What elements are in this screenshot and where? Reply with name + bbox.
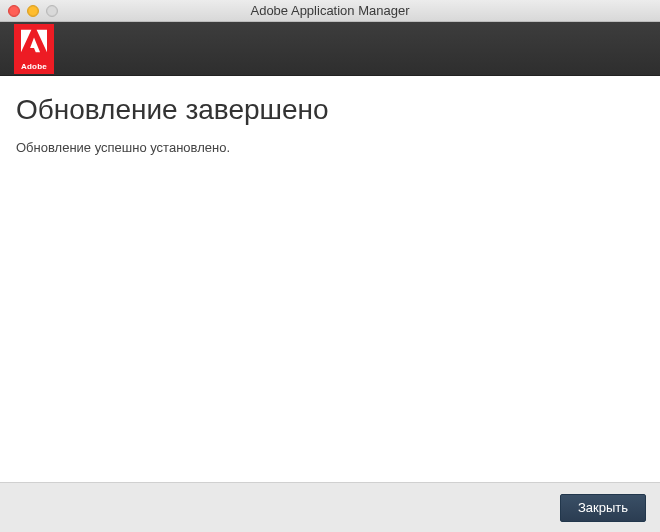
adobe-logo: Adobe <box>14 24 54 74</box>
footer-bar: Закрыть <box>0 482 660 532</box>
status-message: Обновление успешно установлено. <box>16 140 644 155</box>
window-title: Adobe Application Manager <box>0 3 660 18</box>
content-area: Обновление завершено Обновление успешно … <box>0 76 660 155</box>
close-button[interactable]: Закрыть <box>560 494 646 522</box>
zoom-window-icon <box>46 5 58 17</box>
minimize-window-icon[interactable] <box>27 5 39 17</box>
adobe-logo-text: Adobe <box>21 62 47 71</box>
window-controls <box>8 5 58 17</box>
page-title: Обновление завершено <box>16 94 644 126</box>
header-bar: Adobe <box>0 22 660 76</box>
close-window-icon[interactable] <box>8 5 20 17</box>
adobe-a-icon <box>21 28 47 54</box>
window-titlebar: Adobe Application Manager <box>0 0 660 22</box>
